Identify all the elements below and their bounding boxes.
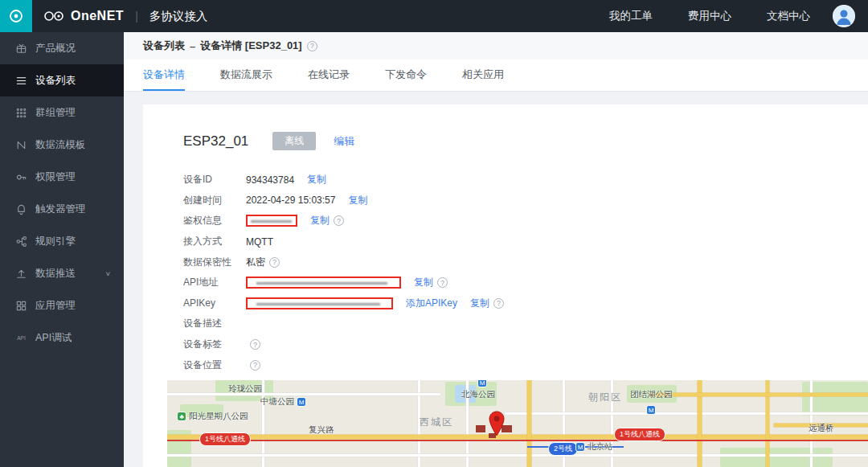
sidebar-item-device-list[interactable]: 设备列表: [0, 64, 124, 96]
field-label: APIKey: [183, 297, 246, 309]
field-row-protocol: 接入方式MQTT: [183, 231, 868, 252]
metro-station-icon: M: [575, 442, 585, 452]
tab-bar: 设备详情数据流展示在线记录下发命令相关应用: [124, 59, 868, 92]
sidebar-item-label: 群组管理: [35, 106, 76, 120]
sidebar-item-api-debug[interactable]: APIAPI调试: [0, 322, 124, 354]
metro-station-icon: M: [477, 380, 487, 387]
topbar-nav: 我的工单费用中心文档中心: [609, 9, 810, 23]
breadcrumb-parent[interactable]: 设备列表: [143, 39, 185, 53]
rule-engine-icon: [14, 235, 27, 248]
device-name: ESP32_01: [183, 133, 248, 150]
tab-datastream-display[interactable]: 数据流展示: [220, 59, 272, 91]
field-label: 创建时间: [183, 194, 246, 207]
breadcrumb: 设备列表 – 设备详情 [ESP32_01] ?: [124, 32, 868, 59]
onenet-logo-mark-icon: [43, 10, 66, 23]
device-fields: 设备ID934343784复制创建时间2022-04-29 15:03:57复制…: [143, 170, 868, 375]
sidebar-item-label: 数据推送: [35, 267, 76, 281]
tab-related-app[interactable]: 相关应用: [462, 59, 504, 91]
field-label: API地址: [183, 276, 246, 289]
add-apikey-link[interactable]: 添加APIKey: [406, 297, 457, 310]
product-overview-icon: [14, 42, 27, 55]
map-park-area: [720, 448, 833, 467]
help-icon[interactable]: ?: [269, 257, 280, 268]
map-label: 1号线八通线: [199, 432, 251, 446]
help-icon[interactable]: ?: [250, 360, 260, 371]
sidebar-item-trigger-management[interactable]: 触发器管理: [0, 193, 124, 225]
status-badge: 离线: [272, 132, 316, 150]
copy-link[interactable]: 复制: [470, 297, 489, 310]
copy-link[interactable]: 复制: [310, 214, 330, 227]
sidebar: 产品概况设备列表群组管理数据流模板权限管理触发器管理规则引擎数据推送∨应用管理A…: [0, 32, 124, 467]
map-label: ♣阳光星期八公园: [177, 411, 248, 422]
redacted-value-box: [246, 277, 401, 289]
field-row-device-id: 设备ID934343784复制: [183, 170, 868, 190]
sidebar-item-rule-engine[interactable]: 规则引擎: [0, 225, 124, 257]
map-label: 远通桥: [809, 423, 834, 434]
map-label: M北京站: [575, 441, 613, 453]
map-pin-icon: [489, 411, 505, 436]
help-icon[interactable]: ?: [437, 277, 448, 288]
map-label: 中塘公园M: [260, 396, 306, 408]
app-management-icon: [14, 299, 27, 312]
field-value: MQTT: [246, 236, 273, 248]
onenet-logo[interactable]: OneNET: [43, 9, 124, 23]
sidebar-item-data-push[interactable]: 数据推送∨: [0, 257, 124, 289]
sidebar-item-label: 设备列表: [35, 74, 76, 88]
map-road: [167, 454, 868, 457]
map-road: [527, 380, 531, 467]
map-label: 2号线: [548, 442, 578, 456]
trigger-management-icon: [14, 203, 27, 215]
device-title-row: ESP32_01 离线 编辑: [143, 104, 868, 150]
device-location-map[interactable]: 玲珑公园中塘公园M♣阳光星期八公园北海公园M西城区朝阳区团结湖公园M复兴路1号线…: [167, 380, 868, 467]
edit-button[interactable]: 编辑: [334, 134, 354, 149]
tab-send-command[interactable]: 下发命令: [385, 59, 427, 91]
onenet-logo-icon[interactable]: [0, 0, 32, 32]
help-icon[interactable]: ?: [334, 215, 344, 226]
tab-device-detail[interactable]: 设备详情: [143, 59, 185, 91]
sidebar-item-group-management[interactable]: 群组管理: [0, 96, 124, 129]
copy-link[interactable]: 复制: [414, 276, 433, 289]
sidebar-item-label: 应用管理: [35, 299, 76, 313]
topbar-link-doc-center[interactable]: 文档中心: [767, 9, 810, 23]
map-building: [476, 425, 485, 432]
map-label: 朝阳区: [588, 391, 622, 404]
map-road: [649, 393, 868, 396]
copy-link[interactable]: 复制: [307, 173, 326, 186]
field-label: 设备标签: [183, 338, 246, 351]
help-icon[interactable]: ?: [307, 41, 317, 51]
field-row-location: 设备位置?: [183, 354, 868, 375]
field-label: 设备位置: [183, 358, 246, 372]
device-list-icon: [14, 74, 27, 87]
topbar-link-cost-center[interactable]: 费用中心: [688, 9, 731, 23]
sidebar-item-app-management[interactable]: 应用管理: [0, 289, 124, 322]
device-detail-card: ESP32_01 离线 编辑 设备ID934343784复制创建时间2022-0…: [143, 104, 868, 467]
redacted-value-box: [246, 215, 297, 227]
field-row-api-key: APIKey添加APIKey复制?: [183, 293, 868, 314]
field-row-auth-info: 鉴权信息复制?: [183, 211, 868, 231]
map-road: [505, 412, 868, 415]
park-icon: ♣: [177, 412, 186, 421]
field-value: 2022-04-29 15:03:57: [246, 195, 335, 206]
datastream-template-icon: [14, 138, 27, 151]
redacted-value-box: [246, 297, 393, 309]
help-icon[interactable]: ?: [493, 298, 504, 309]
api-debug-icon: API: [14, 331, 27, 344]
sidebar-item-datastream-template[interactable]: 数据流模板: [0, 129, 124, 161]
field-label: 设备ID: [183, 173, 246, 186]
field-row-create-time: 创建时间2022-04-29 15:03:57复制: [183, 190, 868, 211]
sidebar-item-product-overview[interactable]: 产品概况: [0, 32, 124, 64]
avatar[interactable]: [833, 5, 855, 27]
copy-link[interactable]: 复制: [348, 194, 367, 207]
map-road: [167, 393, 440, 395]
breadcrumb-current: 设备详情 [ESP32_01]: [200, 39, 301, 53]
sidebar-item-permission-management[interactable]: 权限管理: [0, 161, 124, 193]
field-row-privacy: 数据保密性私密?: [183, 252, 868, 272]
help-icon[interactable]: ?: [250, 339, 260, 350]
sidebar-item-label: 规则引擎: [35, 235, 76, 248]
topbar-link-my-tickets[interactable]: 我的工单: [609, 9, 653, 23]
tab-online-record[interactable]: 在线记录: [308, 59, 350, 91]
topbar: OneNET | 多协议接入 我的工单费用中心文档中心: [0, 0, 868, 32]
field-row-description: 设备描述: [183, 313, 868, 334]
sidebar-item-label: 数据流模板: [35, 138, 86, 152]
group-management-icon: [14, 106, 27, 119]
